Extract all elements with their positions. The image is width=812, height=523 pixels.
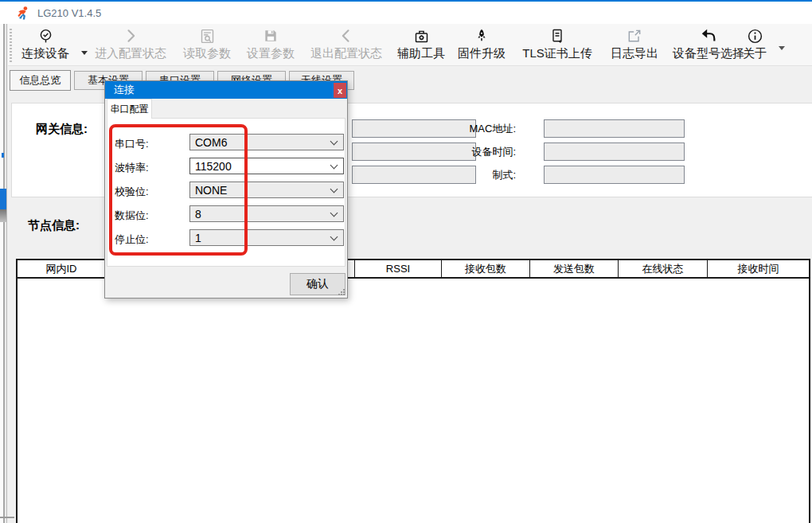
certificate-icon: [549, 26, 565, 45]
rocket-icon: [474, 26, 490, 45]
pin-check-icon: [37, 26, 54, 45]
document-search-icon: [199, 26, 216, 45]
app-logo-running-man-icon: [16, 6, 31, 21]
read-params-label: 读取参数: [183, 45, 231, 61]
connect-dialog: 连接 x 串口配置 串口号: COM6 波特率: 115200 校验位: NON…: [104, 80, 348, 299]
mac-address-label: MAC地址:: [460, 119, 516, 138]
chevron-down-icon: [330, 138, 338, 146]
connect-device-button[interactable]: 连接设备: [13, 26, 78, 64]
artifact-line: [0, 517, 14, 518]
serial-config-tab[interactable]: 串口配置: [107, 99, 152, 119]
undo-arrow-icon: [700, 26, 717, 45]
chevron-down-icon: [330, 209, 338, 217]
app-window: LG210 V1.4.5 连接设备 进入配置状态 读: [0, 0, 812, 523]
dialog-close-button[interactable]: x: [334, 83, 346, 98]
set-params-button: 设置参数: [240, 26, 301, 64]
tab-info-overview[interactable]: 信息总览: [10, 70, 71, 91]
tls-cert-upload-label: TLS证书上传: [522, 45, 592, 61]
mac-address-box[interactable]: [544, 119, 685, 138]
connect-dialog-titlebar[interactable]: 连接: [105, 81, 347, 99]
artifact-blue-tick: [2, 153, 4, 158]
log-export-label: 日志导出: [611, 45, 658, 61]
connect-device-label: 连接设备: [21, 45, 69, 61]
exit-config-button: 退出配置状态: [305, 26, 388, 64]
dialog-resize-grip[interactable]: [338, 288, 345, 296]
connect-device-dropdown-caret[interactable]: [81, 51, 88, 55]
serial-config-tab-label: 串口配置: [111, 103, 149, 116]
tls-cert-upload-button[interactable]: TLS证书上传: [513, 26, 602, 64]
standard-mode-label: 制式:: [460, 166, 516, 184]
toolbar-grip-handle[interactable]: [10, 29, 12, 62]
chevron-right-icon: [123, 26, 139, 45]
set-params-label: 设置参数: [247, 45, 295, 61]
col-rx-packets[interactable]: 接收包数: [442, 260, 530, 277]
col-tx-packets[interactable]: 发送包数: [530, 260, 619, 277]
exit-config-label: 退出配置状态: [310, 45, 382, 61]
device-time-box[interactable]: [544, 142, 685, 161]
about-dropdown-caret[interactable]: [779, 46, 785, 50]
floppy-icon: [263, 26, 279, 45]
col-rx-time[interactable]: 接收时间: [708, 260, 809, 277]
read-params-button: 读取参数: [177, 26, 237, 64]
col-online-state[interactable]: 在线状态: [619, 260, 708, 277]
gateway-field-box-3[interactable]: [352, 166, 476, 184]
col-network-id[interactable]: 网内ID: [18, 260, 106, 277]
chevron-down-icon: [330, 162, 338, 170]
confirm-button-label: 确认: [306, 277, 329, 291]
info-icon: [747, 26, 763, 45]
background-window-sliver: [0, 24, 7, 523]
device-time-label: 设备时间:: [460, 142, 516, 161]
chevron-left-icon: [338, 26, 354, 45]
col-rssi[interactable]: RSSI: [355, 260, 442, 277]
close-icon: x: [338, 86, 342, 96]
artifact-blue-block: [0, 189, 6, 209]
connect-dialog-title: 连接: [114, 83, 135, 97]
firmware-upgrade-button[interactable]: 固件升级: [452, 26, 511, 64]
enter-config-button: 进入配置状态: [89, 26, 172, 64]
firmware-upgrade-label: 固件升级: [458, 45, 506, 61]
chevron-down-icon: [330, 185, 338, 193]
red-highlight-annotation: [109, 124, 248, 256]
chevron-down-icon: [330, 233, 338, 241]
gateway-field-box-1[interactable]: [352, 119, 476, 138]
about-button[interactable]: 关于: [734, 26, 775, 64]
export-icon: [627, 26, 642, 45]
tab-info-overview-label: 信息总览: [20, 73, 61, 88]
aux-tools-label: 辅助工具: [397, 45, 445, 61]
artifact-gray-block: [0, 209, 6, 222]
title-bar[interactable]: LG210 V1.4.5: [0, 2, 812, 24]
aux-tools-button[interactable]: 辅助工具: [392, 26, 451, 64]
node-info-section-label: 节点信息:: [28, 218, 80, 233]
gateway-info-section-label: 网关信息:: [36, 122, 88, 137]
window-title: LG210 V1.4.5: [37, 7, 101, 19]
log-export-button[interactable]: 日志导出: [605, 26, 664, 64]
enter-config-label: 进入配置状态: [95, 45, 166, 61]
about-label: 关于: [743, 45, 767, 61]
toolbox-icon: [413, 26, 430, 45]
gateway-field-box-2[interactable]: [352, 142, 476, 161]
standard-mode-box[interactable]: [544, 166, 685, 184]
